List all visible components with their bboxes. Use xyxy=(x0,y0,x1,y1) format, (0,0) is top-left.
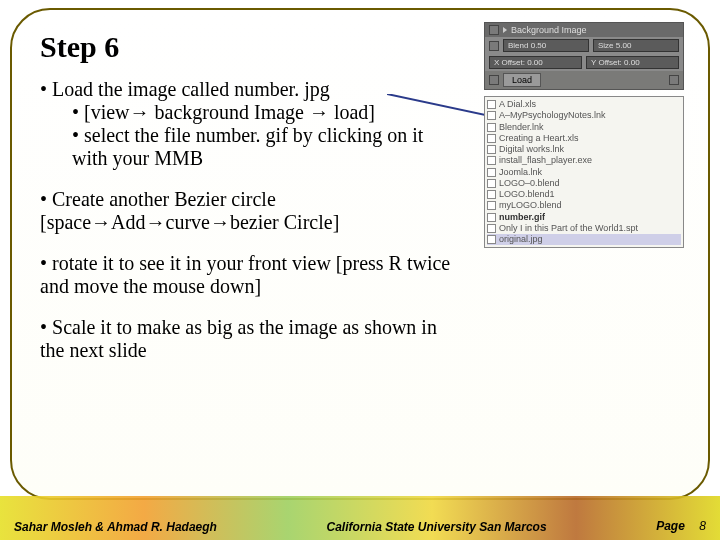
list-item[interactable]: myLOGO.blend xyxy=(487,200,681,211)
bullet-scale: Scale it to make as big as the image as … xyxy=(40,316,460,362)
file-name: install_flash_player.exe xyxy=(499,155,592,166)
tri-icon xyxy=(503,27,507,33)
file-icon xyxy=(487,145,496,154)
footer-university: California State University San Marcos xyxy=(327,520,547,534)
panel-header: Background Image xyxy=(485,23,683,37)
file-icon xyxy=(487,134,496,143)
list-item[interactable]: Creating a Heart.xls xyxy=(487,133,681,144)
file-icon xyxy=(487,123,496,132)
list-item[interactable]: Blender.lnk xyxy=(487,122,681,133)
close-icon[interactable] xyxy=(489,25,499,35)
footer-page-number: 8 xyxy=(699,519,706,533)
slide: Step 6 Load the image called number. jpg… xyxy=(0,0,720,540)
list-item[interactable]: install_flash_player.exe xyxy=(487,155,681,166)
yoffset-field[interactable]: Y Offset: 0.00 xyxy=(586,56,679,69)
file-name: Digital works.lnk xyxy=(499,144,564,155)
list-item[interactable]: Digital works.lnk xyxy=(487,144,681,155)
xoffset-field[interactable]: X Offset: 0.00 xyxy=(489,56,582,69)
list-item-number[interactable]: number.gif xyxy=(487,212,681,223)
file-name: number.gif xyxy=(499,212,545,223)
footer: Sahar Mosleh & Ahmad R. Hadaegh Californ… xyxy=(0,516,720,534)
list-item[interactable]: Joomla.lnk xyxy=(487,167,681,178)
list-item[interactable]: Only I in this Part of the World1.spt xyxy=(487,223,681,234)
xoffset-label: X Offset: 0.00 xyxy=(494,58,543,67)
file-name: A–MyPsychologyNotes.lnk xyxy=(499,110,606,121)
list-item[interactable]: A Dial.xls xyxy=(487,99,681,110)
bullet-load-image: Load the image called number. jpg [view→… xyxy=(40,78,460,170)
yoffset-label: Y Offset: 0.00 xyxy=(591,58,640,67)
file-name: A Dial.xls xyxy=(499,99,536,110)
file-icon xyxy=(487,156,496,165)
list-item-selected[interactable]: original.jpg xyxy=(487,234,681,245)
bg-image-panel: Background Image Blend 0.50 Size 5.00 X … xyxy=(484,22,684,90)
file-icon xyxy=(487,213,496,222)
subbullet-select-file: select the file number. gif by clicking … xyxy=(72,124,460,170)
list-item[interactable]: A–MyPsychologyNotes.lnk xyxy=(487,110,681,121)
list-item[interactable]: LOGO.blend1 xyxy=(487,189,681,200)
panel-title: Background Image xyxy=(511,25,587,35)
footer-page-label: Page xyxy=(656,519,685,533)
footer-authors: Sahar Mosleh & Ahmad R. Hadaegh xyxy=(14,520,217,534)
bullet-text: Load the image called number. jpg xyxy=(52,78,330,100)
sidebar: Background Image Blend 0.50 Size 5.00 X … xyxy=(484,22,684,248)
file-icon xyxy=(487,235,496,244)
file-name: Blender.lnk xyxy=(499,122,544,133)
file-name: Only I in this Part of the World1.spt xyxy=(499,223,638,234)
file-name: myLOGO.blend xyxy=(499,200,562,211)
bullet-rotate: rotate it to see it in your front view [… xyxy=(40,252,460,298)
file-name: LOGO–0.blend xyxy=(499,178,560,189)
bullet-bezier: Create another Bezier circle [space→Add→… xyxy=(40,188,460,234)
subbullet-view-load: [view→ background Image → load] xyxy=(72,101,460,124)
x-icon[interactable] xyxy=(669,75,679,85)
slide-body: Load the image called number. jpg [view→… xyxy=(40,78,460,362)
file-icon xyxy=(487,168,496,177)
file-list: A Dial.xls A–MyPsychologyNotes.lnk Blend… xyxy=(484,96,684,248)
blend-field[interactable]: Blend 0.50 xyxy=(503,39,589,52)
file-name: Joomla.lnk xyxy=(499,167,542,178)
file-icon xyxy=(487,100,496,109)
image-link-icon[interactable] xyxy=(489,41,499,51)
file-icon xyxy=(487,224,496,233)
size-label: Size 5.00 xyxy=(598,41,631,50)
blend-label: Blend 0.50 xyxy=(508,41,546,50)
file-icon xyxy=(487,179,496,188)
list-item[interactable]: LOGO–0.blend xyxy=(487,178,681,189)
footer-page: Page 8 xyxy=(656,516,706,534)
file-name: LOGO.blend1 xyxy=(499,189,555,200)
file-name: Creating a Heart.xls xyxy=(499,133,579,144)
size-field[interactable]: Size 5.00 xyxy=(593,39,679,52)
file-icon xyxy=(487,111,496,120)
folder-icon[interactable] xyxy=(489,75,499,85)
slide-frame: Step 6 Load the image called number. jpg… xyxy=(10,8,710,500)
file-name: original.jpg xyxy=(499,234,543,245)
load-button[interactable]: Load xyxy=(503,73,541,87)
file-icon xyxy=(487,201,496,210)
file-icon xyxy=(487,190,496,199)
